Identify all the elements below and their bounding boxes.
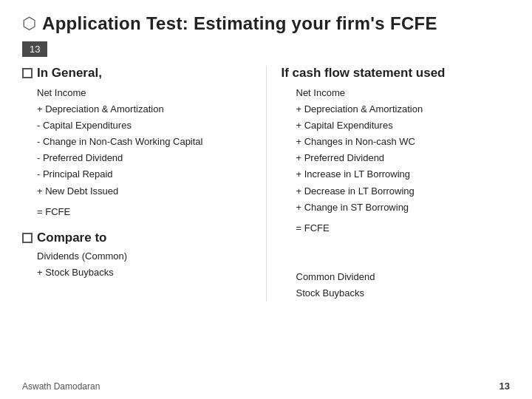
title-icon: ⬡ <box>22 14 36 33</box>
list-item: Net Income <box>37 85 251 101</box>
list-item: + New Debt Issued <box>37 183 251 200</box>
list-item: + Changes in Non-cash WC <box>296 134 511 150</box>
checkbox-icon-left <box>22 68 33 78</box>
list-item: + Decrease in LT Borrowing <box>296 183 511 200</box>
slide-number-bar: 13 <box>22 41 47 57</box>
checkbox-icon-compare <box>22 233 33 243</box>
footer-page-number: 13 <box>499 381 510 392</box>
left-equals: = FCFE <box>22 204 251 220</box>
list-item: - Principal Repaid <box>37 166 251 183</box>
right-equals: = FCFE <box>282 220 511 236</box>
list-item: - Change in Non-Cash Working Capital <box>37 134 251 150</box>
right-column: If cash flow statement used Net Income +… <box>282 66 511 301</box>
footer: Aswath Damodaran 13 <box>22 381 510 392</box>
left-section-header: In General, <box>22 66 251 81</box>
list-item: + Change in ST Borrowing <box>296 200 511 216</box>
list-item: Stock Buybacks <box>296 285 511 301</box>
list-item: - Capital Expenditures <box>37 117 251 134</box>
footer-author: Aswath Damodaran <box>22 381 100 392</box>
list-item: - Preferred Dividend <box>37 150 251 166</box>
slide-title: Application Test: Estimating your firm's… <box>42 13 437 34</box>
right-item-list: Net Income + Depreciation & Amortization… <box>282 85 511 216</box>
list-item: Common Dividend <box>296 269 511 285</box>
left-header-label: In General, <box>37 66 102 81</box>
column-divider <box>266 66 267 301</box>
right-compare-section: Common Dividend Stock Buybacks <box>282 247 511 301</box>
list-item: + Preferred Dividend <box>296 150 511 166</box>
list-item: Dividends (Common) <box>37 248 251 265</box>
left-item-list: Net Income + Depreciation & Amortization… <box>22 85 251 200</box>
compare-header-label: Compare to <box>37 231 106 245</box>
left-compare-section: Compare to Dividends (Common) + Stock Bu… <box>22 231 251 281</box>
right-header-label: If cash flow statement used <box>282 66 446 81</box>
content-area: In General, Net Income + Depreciation & … <box>0 66 532 301</box>
list-item: Net Income <box>296 85 511 101</box>
right-compare-items: Common Dividend Stock Buybacks <box>282 269 511 301</box>
left-compare-items: Dividends (Common) + Stock Buybacks <box>22 248 251 281</box>
list-item: + Stock Buybacks <box>37 265 251 281</box>
left-column: In General, Net Income + Depreciation & … <box>22 66 251 301</box>
list-item: + Depreciation & Amortization <box>296 101 511 117</box>
slide: ⬡ Application Test: Estimating your firm… <box>0 0 532 399</box>
title-area: ⬡ Application Test: Estimating your firm… <box>0 0 532 41</box>
right-section-header: If cash flow statement used <box>282 66 511 81</box>
list-item: + Increase in LT Borrowing <box>296 166 511 183</box>
list-item: + Capital Expenditures <box>296 117 511 134</box>
list-item: + Depreciation & Amortization <box>37 101 251 117</box>
left-compare-header: Compare to <box>22 231 251 245</box>
